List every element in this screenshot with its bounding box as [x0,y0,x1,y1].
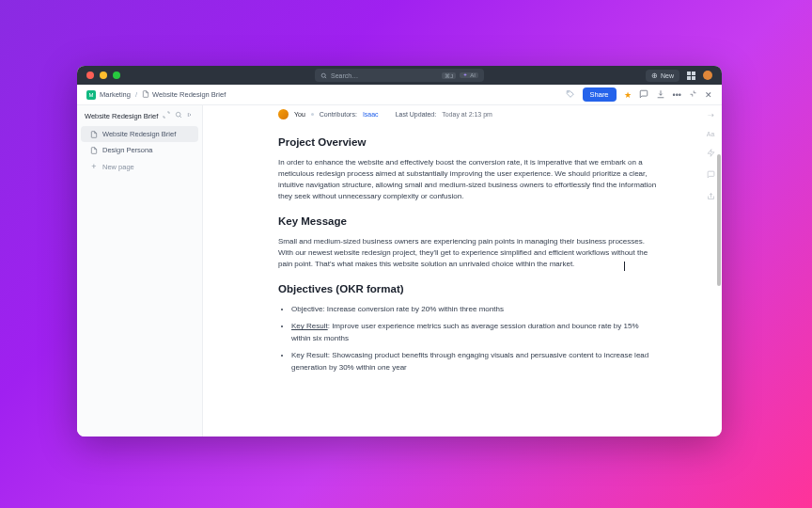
share-button[interactable]: Share [583,87,617,102]
text-cursor [624,262,625,271]
contributors-label: Contributors: [320,111,357,118]
star-icon[interactable]: ★ [624,90,632,100]
maximize-window-icon[interactable] [113,71,120,79]
scrollbar[interactable] [717,126,721,371]
page-icon [90,147,98,154]
sidebar-item-persona[interactable]: Design Persona [77,142,202,158]
ai-button[interactable]: AI [460,72,478,78]
app-window: Search… ⌘J AI ⊕ New M Marketing / Websit… [77,66,722,437]
sidebar: Website Redesign Brief Website Redesign … [77,105,203,437]
collapse-icon[interactable] [689,89,697,100]
rail-comment-icon[interactable] [705,170,716,181]
sidebar-item-brief[interactable]: Website Redesign Brief [81,126,198,142]
sidebar-item-label: New page [102,163,134,171]
updated-value: Today at 2:13 pm [442,111,492,118]
plus-icon: + [90,162,98,171]
sidebar-title[interactable]: Website Redesign Brief [77,105,202,126]
page-icon [90,131,98,138]
breadcrumb-page[interactable]: Website Redesign Brief [152,90,226,99]
paragraph: In order to enhance the website and effe… [278,157,658,202]
meta-separator [311,113,314,116]
scrollbar-thumb[interactable] [717,154,721,286]
list-item: Objective: Increase conversion rate by 2… [291,304,658,315]
rail-share-icon[interactable] [705,192,716,202]
expand-icon[interactable] [163,111,170,120]
breadcrumb-separator: / [135,90,137,99]
search-placeholder: Search… [331,72,358,79]
svg-point-2 [568,91,569,92]
titlebar: Search… ⌘J AI ⊕ New [77,66,722,85]
heading-key-message: Key Message [278,215,658,227]
breadcrumb: M Marketing / Website Redesign Brief Sha… [77,85,722,105]
close-icon[interactable]: ✕ [705,90,712,100]
svg-marker-6 [708,150,714,157]
tree-toggle-icon[interactable] [187,111,195,120]
search-icon [320,72,327,79]
paragraph: Small and medium-sized business owners a… [278,236,658,270]
sidebar-new-page[interactable]: + New page [77,158,202,175]
minimize-window-icon[interactable] [100,71,107,79]
comment-icon[interactable] [639,89,648,101]
author-you: You [294,111,305,118]
tag-icon[interactable] [566,89,575,101]
space-badge[interactable]: M [86,90,96,100]
close-window-icon[interactable] [86,71,94,79]
heading-project-overview: Project Overview [278,136,658,148]
rail-drag-icon[interactable]: ⇢ [705,111,716,119]
svg-line-4 [180,116,181,118]
list-item: Key Result: Showcasing product benefits … [291,350,658,373]
plus-icon: ⊕ [651,71,658,80]
doc-meta: You Contributors: Isaac Last Updated: To… [278,105,658,123]
author-avatar[interactable] [278,109,289,119]
heading-objectives: Objectives (OKR format) [278,283,658,294]
download-icon[interactable] [656,89,665,101]
key-result-label: Key Result [291,322,328,330]
svg-point-3 [176,112,180,117]
list-item: Key Result: Improve user experience metr… [291,321,658,344]
window-controls [86,71,120,79]
document-content[interactable]: You Contributors: Isaac Last Updated: To… [203,105,722,437]
apps-icon[interactable] [687,71,695,80]
user-avatar[interactable] [703,71,712,80]
rail-lightning-icon[interactable] [705,149,716,159]
more-icon[interactable]: ••• [673,90,681,100]
breadcrumb-space[interactable]: Marketing [100,90,131,99]
sidebar-item-label: Design Persona [102,146,152,154]
new-button[interactable]: ⊕ New [646,70,679,82]
right-rail: ⇢ Aa [705,111,716,202]
page-icon [142,90,149,100]
search-input[interactable]: Search… ⌘J AI [315,69,484,82]
search-sidebar-icon[interactable] [175,111,182,120]
objectives-list: Objective: Increase conversion rate by 2… [278,304,658,373]
contributor-name[interactable]: Isaac [363,111,379,118]
sparkle-icon [462,72,468,78]
search-shortcut: ⌘J [442,72,456,79]
rail-text-icon[interactable]: Aa [705,131,716,137]
svg-line-1 [325,76,326,77]
sidebar-item-label: Website Redesign Brief [102,130,176,138]
svg-point-0 [321,73,325,77]
updated-label: Last Updated: [396,111,437,118]
